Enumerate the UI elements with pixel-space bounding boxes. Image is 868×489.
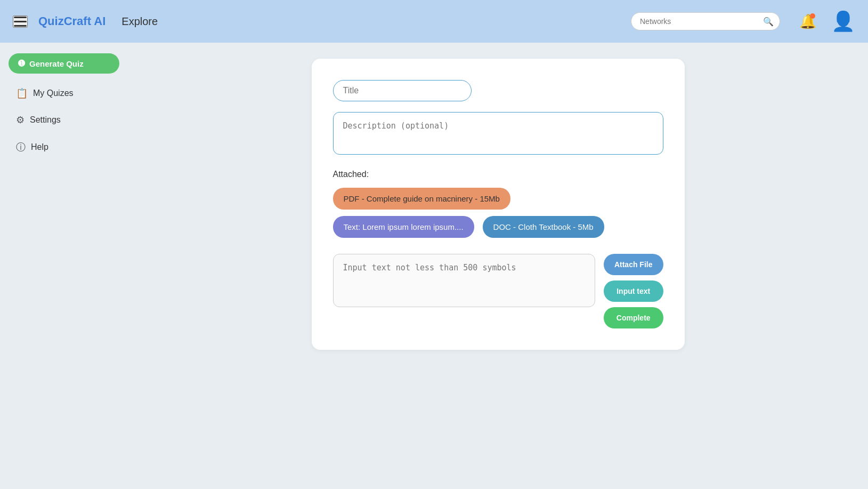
sidebar-item-settings[interactable]: ⚙ Settings: [9, 109, 119, 131]
header: QuizCraft AI Explore 🔍 🔔 👤: [0, 0, 868, 43]
file-doc-label: DOC - Cloth Textbook - 5Mb: [493, 222, 594, 231]
main-content: Attached: PDF - Complete guide on macnin…: [128, 43, 868, 489]
file-chip-text[interactable]: Text: Lorem ipsum lorem ipsum....: [333, 216, 474, 238]
menu-button[interactable]: [13, 15, 28, 28]
generate-quiz-label: Generate Quiz: [29, 59, 84, 68]
sidebar-item-label: Settings: [30, 115, 61, 125]
bottom-section: Attach File Input text Complete: [333, 254, 663, 328]
description-input[interactable]: [333, 112, 663, 155]
sidebar-item-label: My Quizes: [33, 89, 74, 98]
title-input[interactable]: [333, 80, 472, 101]
file-icon: 📋: [16, 87, 28, 99]
app-title[interactable]: QuizCraft AI: [38, 14, 106, 28]
generate-quiz-button[interactable]: ➊ Generate Quiz: [9, 53, 119, 74]
sidebar: ➊ Generate Quiz 📋 My Quizes ⚙ Settings ⓘ…: [0, 43, 128, 489]
complete-button[interactable]: Complete: [604, 307, 663, 328]
notification-button[interactable]: 🔔: [799, 13, 816, 30]
file-chip-doc[interactable]: DOC - Cloth Textbook - 5Mb: [483, 216, 604, 238]
file-chip-pdf[interactable]: PDF - Complete guide on macninery - 15Mb: [333, 188, 510, 210]
page-title: Explore: [121, 15, 158, 28]
plus-circle-icon: ➊: [18, 59, 25, 68]
file-text-label: Text: Lorem ipsum lorem ipsum....: [344, 222, 464, 231]
sidebar-item-help[interactable]: ⓘ Help: [9, 135, 119, 159]
input-text-area[interactable]: [333, 254, 595, 307]
file-pdf-label: PDF - Complete guide on macninery - 15Mb: [344, 194, 500, 203]
notification-badge: [810, 13, 815, 19]
attached-files: PDF - Complete guide on macninery - 15Mb…: [333, 188, 663, 238]
search-input[interactable]: [631, 12, 780, 30]
sidebar-item-label: Help: [31, 142, 48, 152]
search-container: 🔍: [631, 12, 780, 30]
info-icon: ⓘ: [16, 141, 26, 154]
sidebar-item-my-quizes[interactable]: 📋 My Quizes: [9, 82, 119, 105]
search-icon: 🔍: [763, 17, 774, 27]
text-area-container: [333, 254, 595, 309]
gear-icon: ⚙: [16, 114, 25, 126]
attach-file-button[interactable]: Attach File: [604, 254, 663, 275]
attached-label: Attached:: [333, 170, 663, 179]
avatar-button[interactable]: 👤: [831, 10, 855, 33]
form-card: Attached: PDF - Complete guide on macnin…: [312, 59, 685, 350]
action-buttons: Attach File Input text Complete: [604, 254, 663, 328]
file-row: Text: Lorem ipsum lorem ipsum.... DOC - …: [333, 216, 663, 238]
input-text-button[interactable]: Input text: [604, 280, 663, 302]
